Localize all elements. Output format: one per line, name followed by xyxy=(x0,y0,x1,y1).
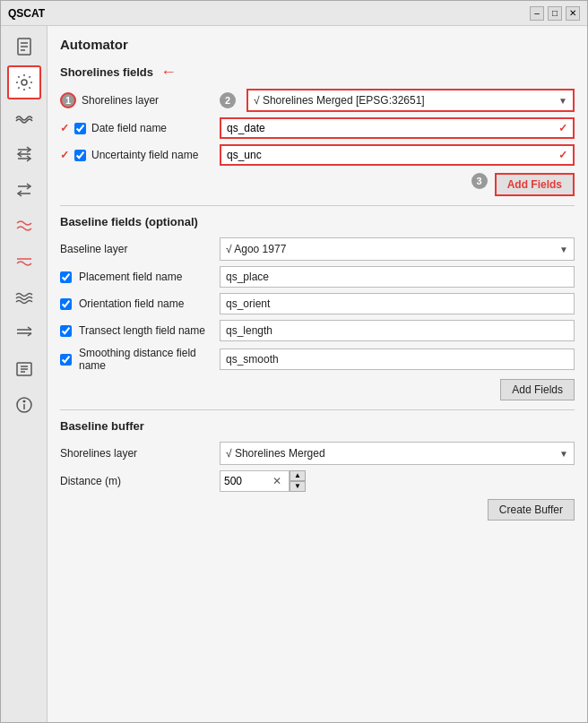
distance-clear-button[interactable]: ✕ xyxy=(269,475,285,487)
placement-field-label-container: Placement field name xyxy=(60,271,212,283)
shorelines-layer-dropdown[interactable]: √ Shorelines Merged [EPSG:32651] ▼ xyxy=(246,89,575,112)
sidebar-list-icon[interactable] xyxy=(7,352,41,386)
smoothing-distance-label: Smoothing distance field name xyxy=(79,347,212,372)
baseline-buffer-title: Baseline buffer xyxy=(60,419,575,433)
baseline-fields-title: Baseline fields (optional) xyxy=(60,215,575,228)
distance-row: Distance (m) ✕ ▲ ▼ xyxy=(60,470,575,492)
shorelines-layer-row: 1 Shorelines layer 2 √ Shorelines Merged… xyxy=(60,89,575,112)
transect-length-label: Transect length field name xyxy=(79,324,205,337)
baseline-dropdown-arrow-icon: ▼ xyxy=(559,245,568,254)
automator-title: Automator xyxy=(60,37,575,52)
content-area: Automator Shorelines fields ← 1 Shorelin… xyxy=(48,26,587,722)
create-buffer-button[interactable]: Create Buffer xyxy=(488,499,575,521)
main-window: QSCAT – □ ✕ xyxy=(0,0,588,723)
sidebar-wavy-icon[interactable] xyxy=(7,280,41,314)
uncertainty-red-check: ✓ xyxy=(60,149,69,161)
orientation-field-checkbox[interactable] xyxy=(60,298,72,310)
distance-increment-button[interactable]: ▲ xyxy=(290,470,306,481)
smoothing-distance-input[interactable] xyxy=(220,349,575,370)
sidebar-flow2-icon[interactable] xyxy=(7,245,41,279)
distance-label-container: Distance (m) xyxy=(60,475,212,487)
sidebar-split-icon[interactable] xyxy=(7,316,41,350)
maximize-button[interactable]: □ xyxy=(548,6,562,21)
date-check-icon: ✓ xyxy=(558,122,567,134)
minimize-button[interactable]: – xyxy=(530,6,544,21)
buffer-shorelines-value: √ Shorelines Merged xyxy=(226,447,325,460)
step3-badge: 3 xyxy=(471,173,488,189)
baseline-buffer-section: Baseline buffer Shorelines layer √ Shore… xyxy=(60,419,575,521)
sidebar-settings-icon[interactable] xyxy=(7,65,41,99)
separator-2 xyxy=(60,409,575,410)
add-fields-btn-row-1: 3 Add Fields xyxy=(60,173,575,196)
shorelines-fields-section: Shorelines fields ← 1 Shorelines layer 2… xyxy=(60,63,575,196)
buffer-dropdown-arrow-icon: ▼ xyxy=(559,449,568,459)
baseline-layer-value: √ Agoo 1977 xyxy=(226,243,286,255)
close-button[interactable]: ✕ xyxy=(566,6,580,21)
main-layout: Automator Shorelines fields ← 1 Shorelin… xyxy=(1,26,587,722)
date-field-label-container: ✓ Date field name xyxy=(60,122,212,134)
sidebar xyxy=(1,26,48,722)
buffer-shorelines-layer-row: Shorelines layer √ Shorelines Merged ▼ xyxy=(60,442,575,465)
orientation-field-label-container: Orientation field name xyxy=(60,297,212,310)
shorelines-fields-label: Shorelines fields xyxy=(60,65,153,79)
buffer-shorelines-dropdown[interactable]: √ Shorelines Merged ▼ xyxy=(220,442,575,465)
distance-label: Distance (m) xyxy=(60,475,121,487)
orientation-field-input[interactable] xyxy=(220,293,575,314)
transect-length-field-label-container: Transect length field name xyxy=(60,324,212,337)
add-fields-button-2[interactable]: Add Fields xyxy=(500,379,575,400)
sidebar-info-icon[interactable] xyxy=(7,388,41,422)
title-bar: QSCAT – □ ✕ xyxy=(1,1,587,26)
separator-1 xyxy=(60,205,575,206)
smoothing-distance-field-label-container: Smoothing distance field name xyxy=(60,347,212,372)
date-field-input-wrapper: ✓ xyxy=(220,117,575,139)
date-field-checkbox[interactable] xyxy=(74,123,86,134)
baseline-layer-dropdown[interactable]: √ Agoo 1977 ▼ xyxy=(220,237,575,261)
distance-input-container: ✕ xyxy=(220,470,290,492)
baseline-fields-section: Baseline fields (optional) Baseline laye… xyxy=(60,215,575,400)
buffer-shorelines-label: Shorelines layer xyxy=(60,447,137,460)
uncertainty-field-row: ✓ Uncertainty field name ✓ xyxy=(60,144,575,166)
dropdown-arrow-icon: ▼ xyxy=(558,96,567,106)
uncertainty-field-input-wrapper: ✓ xyxy=(220,144,575,166)
distance-spinner: ▲ ▼ xyxy=(290,470,306,492)
shorelines-layer-label: Shorelines layer xyxy=(82,94,159,107)
step2-badge: 2 xyxy=(220,92,236,108)
placement-field-label: Placement field name xyxy=(79,271,182,283)
baseline-layer-label: Baseline layer xyxy=(60,243,127,255)
title-bar-controls: – □ ✕ xyxy=(530,6,580,21)
sidebar-wave-icon[interactable] xyxy=(7,101,41,135)
arrow-right-icon: ← xyxy=(160,63,177,82)
transect-length-field-row: Transect length field name xyxy=(60,320,575,341)
baseline-layer-row: Baseline layer √ Agoo 1977 ▼ xyxy=(60,237,575,261)
baseline-layer-label-container: Baseline layer xyxy=(60,243,212,255)
transect-length-checkbox[interactable] xyxy=(60,325,72,337)
uncertainty-field-input[interactable] xyxy=(227,149,555,161)
transect-length-input[interactable] xyxy=(220,320,575,341)
add-fields-button-1[interactable]: Add Fields xyxy=(495,173,575,196)
uncertainty-field-label-container: ✓ Uncertainty field name xyxy=(60,149,212,161)
svg-point-19 xyxy=(23,400,25,402)
step1-badge: 1 xyxy=(60,92,76,108)
placement-field-row: Placement field name xyxy=(60,266,575,288)
sidebar-arrows-icon[interactable] xyxy=(7,137,41,171)
shorelines-layer-value: √ Shorelines Merged [EPSG:32651] xyxy=(254,94,425,107)
placement-field-input[interactable] xyxy=(220,266,575,288)
sidebar-double-arrows-icon[interactable] xyxy=(7,173,41,207)
sidebar-document-icon[interactable] xyxy=(7,30,41,64)
distance-input[interactable] xyxy=(224,475,269,487)
date-field-input[interactable] xyxy=(227,122,555,134)
date-field-row: ✓ Date field name ✓ xyxy=(60,117,575,139)
sidebar-flow-icon[interactable] xyxy=(7,209,41,243)
app-title: QSCAT xyxy=(8,7,45,20)
uncertainty-field-checkbox[interactable] xyxy=(74,150,86,161)
svg-point-4 xyxy=(22,80,27,85)
smoothing-distance-field-row: Smoothing distance field name xyxy=(60,347,575,372)
shorelines-layer-label-container: 1 Shorelines layer xyxy=(60,92,212,108)
date-field-label: Date field name xyxy=(91,122,167,134)
distance-decrement-button[interactable]: ▼ xyxy=(290,481,306,492)
shorelines-fields-header: Shorelines fields ← xyxy=(60,63,575,82)
smoothing-distance-checkbox[interactable] xyxy=(60,354,72,366)
placement-field-checkbox[interactable] xyxy=(60,271,72,283)
uncertainty-field-label: Uncertainty field name xyxy=(91,149,198,161)
create-buffer-btn-row: Create Buffer xyxy=(60,499,575,521)
